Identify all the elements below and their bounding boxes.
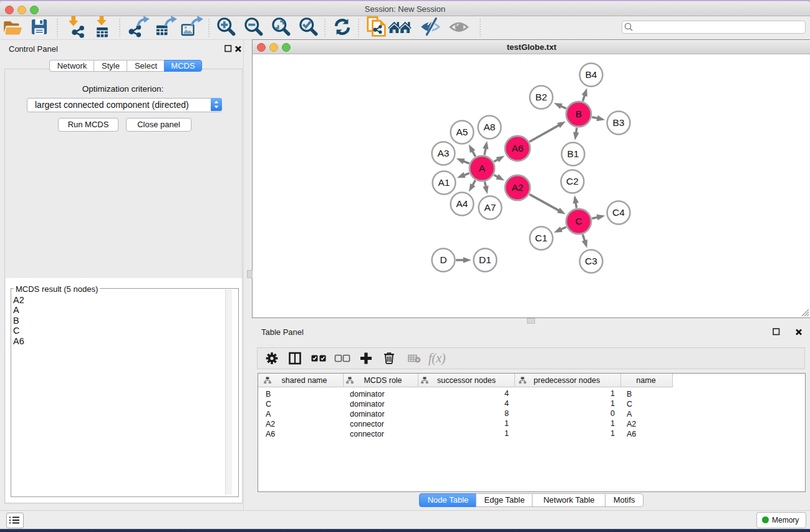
svg-text:B: B: [576, 109, 582, 119]
svg-text:A8: A8: [484, 122, 496, 132]
svg-text:A1: A1: [438, 177, 450, 188]
svg-text:D1: D1: [479, 254, 491, 265]
svg-text:C1: C1: [535, 233, 547, 243]
svg-text:A7: A7: [485, 202, 496, 213]
svg-text:A2: A2: [512, 182, 524, 193]
svg-text:A3: A3: [438, 148, 450, 158]
svg-text:A5: A5: [456, 127, 468, 137]
svg-text:B1: B1: [567, 148, 579, 159]
svg-text:A: A: [479, 163, 486, 173]
svg-text:D: D: [440, 254, 446, 265]
svg-text:A6: A6: [512, 143, 524, 153]
svg-text:C2: C2: [566, 176, 579, 186]
svg-text:B4: B4: [586, 69, 597, 80]
svg-text:f(x): f(x): [428, 351, 446, 365]
svg-text:A4: A4: [456, 198, 468, 209]
svg-text:C3: C3: [585, 256, 597, 266]
svg-text:B2: B2: [536, 92, 547, 102]
svg-text:B3: B3: [613, 117, 625, 128]
svg-text:C: C: [575, 216, 582, 226]
svg-text:C4: C4: [612, 207, 625, 218]
